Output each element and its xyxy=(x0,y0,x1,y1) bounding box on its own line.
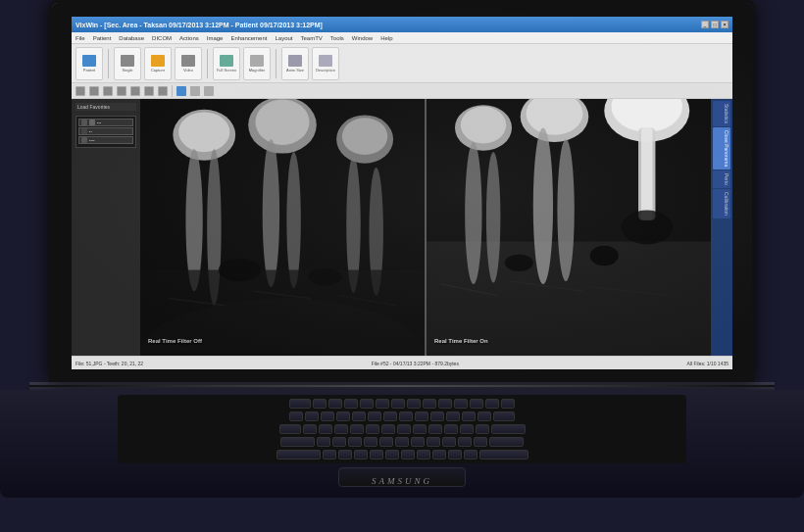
img-tool-6[interactable] xyxy=(144,86,154,96)
animsize-button[interactable]: Anim Size xyxy=(281,47,309,80)
img-tool-4[interactable] xyxy=(117,86,126,96)
menu-help[interactable]: Help xyxy=(380,35,392,41)
key-7[interactable] xyxy=(399,411,413,421)
key-o[interactable] xyxy=(428,424,442,434)
calibration-tab[interactable]: Calibration xyxy=(713,189,730,218)
key-quote[interactable] xyxy=(474,437,487,447)
close-panorama-tab[interactable]: Close Panorama xyxy=(713,127,730,169)
key-f3[interactable] xyxy=(344,399,358,409)
key-y[interactable] xyxy=(381,424,395,434)
img-tool-5[interactable] xyxy=(130,86,140,96)
key-b[interactable] xyxy=(385,450,399,459)
key-i[interactable] xyxy=(413,424,427,434)
xray-left[interactable]: Real Time Filter Off xyxy=(140,99,425,356)
key-f9[interactable] xyxy=(438,399,452,409)
video-button[interactable]: Video xyxy=(175,47,202,80)
key-minus[interactable] xyxy=(462,411,476,421)
key-f2[interactable] xyxy=(328,399,342,409)
img-tool-1[interactable] xyxy=(75,86,85,96)
key-8[interactable] xyxy=(415,411,428,421)
img-tool-2[interactable] xyxy=(89,86,99,96)
single-button[interactable]: Single xyxy=(114,47,141,80)
img-tool-7[interactable] xyxy=(158,86,168,96)
key-u[interactable] xyxy=(397,424,411,434)
key-n[interactable] xyxy=(401,450,415,459)
key-lbracket[interactable] xyxy=(460,424,474,434)
key-w[interactable] xyxy=(319,424,332,434)
key-rbracket[interactable] xyxy=(476,424,489,434)
menu-enhancement[interactable]: Enhancement xyxy=(230,35,267,41)
key-d[interactable] xyxy=(348,437,362,447)
key-f5[interactable] xyxy=(376,399,389,409)
key-4[interactable] xyxy=(352,411,366,421)
statistics-tab[interactable]: Statistics xyxy=(713,101,730,126)
minimize-button[interactable]: _ xyxy=(701,21,709,28)
key-comma[interactable] xyxy=(432,450,446,459)
key-p[interactable] xyxy=(444,424,458,434)
description-button[interactable]: Description xyxy=(312,47,339,80)
menu-patient[interactable]: Patient xyxy=(93,35,112,41)
patient-button[interactable]: Patient xyxy=(75,47,103,80)
menu-dicom[interactable]: DICOM xyxy=(152,35,172,41)
menu-actions[interactable]: Actions xyxy=(179,35,199,41)
magnifier-button[interactable]: Magnifier xyxy=(243,47,271,80)
key-shift-r[interactable] xyxy=(479,450,528,459)
xray-right[interactable]: Real Time Filter On xyxy=(427,99,711,356)
key-semicolon[interactable] xyxy=(458,437,472,447)
key-f12[interactable] xyxy=(485,399,499,409)
key-f10[interactable] xyxy=(454,399,468,409)
menu-tools[interactable]: Tools xyxy=(330,35,344,41)
key-tab[interactable] xyxy=(279,424,301,434)
key-capslock[interactable] xyxy=(280,437,315,447)
perio-tab[interactable]: Perio xyxy=(713,170,730,188)
thumb-item-2[interactable]: ▪▪ xyxy=(78,127,133,135)
key-slash[interactable] xyxy=(464,450,477,459)
key-v[interactable] xyxy=(370,450,383,459)
key-l[interactable] xyxy=(442,437,456,447)
menu-window[interactable]: Window xyxy=(352,35,373,41)
key-c[interactable] xyxy=(354,450,368,459)
key-f8[interactable] xyxy=(423,399,436,409)
key-1[interactable] xyxy=(305,411,319,421)
img-tool-9[interactable] xyxy=(190,86,200,96)
key-j[interactable] xyxy=(411,437,425,447)
menu-database[interactable]: Database xyxy=(119,35,144,41)
key-f11[interactable] xyxy=(470,399,483,409)
thumb-item-3[interactable]: ▪▪▪▪ xyxy=(78,136,133,144)
key-equals[interactable] xyxy=(477,411,491,421)
menu-image[interactable]: Image xyxy=(207,35,224,41)
thumb-item-1[interactable]: ▪▪▪ xyxy=(78,119,133,126)
capture-button[interactable]: Capture xyxy=(144,47,172,80)
key-f6[interactable] xyxy=(391,399,405,409)
menu-layout[interactable]: Layout xyxy=(275,35,292,41)
key-period[interactable] xyxy=(448,450,462,459)
key-r[interactable] xyxy=(350,424,364,434)
key-f4[interactable] xyxy=(360,399,374,409)
fullscreen-button[interactable]: Full Screen xyxy=(213,47,240,80)
key-x[interactable] xyxy=(338,450,352,459)
key-f1[interactable] xyxy=(313,399,327,409)
key-5[interactable] xyxy=(368,411,381,421)
key-h[interactable] xyxy=(395,437,409,447)
key-f7[interactable] xyxy=(407,399,421,409)
key-3[interactable] xyxy=(336,411,350,421)
key-s[interactable] xyxy=(332,437,346,447)
key-m[interactable] xyxy=(417,450,430,459)
key-f[interactable] xyxy=(364,437,377,447)
menu-teamtv[interactable]: TeamTV xyxy=(300,35,322,41)
close-button[interactable]: ✕ xyxy=(721,21,729,28)
menu-file[interactable]: File xyxy=(75,35,85,41)
key-0[interactable] xyxy=(446,411,460,421)
img-tool-3[interactable] xyxy=(103,86,113,96)
key-backtick[interactable] xyxy=(289,411,303,421)
key-shift-l[interactable] xyxy=(276,450,321,459)
key-2[interactable] xyxy=(321,411,334,421)
key-enter-2[interactable] xyxy=(489,437,524,447)
img-tool-10[interactable] xyxy=(204,86,214,96)
key-9[interactable] xyxy=(430,411,444,421)
maximize-button[interactable]: □ xyxy=(711,21,719,28)
key-backspace[interactable] xyxy=(493,411,515,421)
key-q[interactable] xyxy=(303,424,317,434)
key-6[interactable] xyxy=(383,411,397,421)
key-k[interactable] xyxy=(427,437,440,447)
